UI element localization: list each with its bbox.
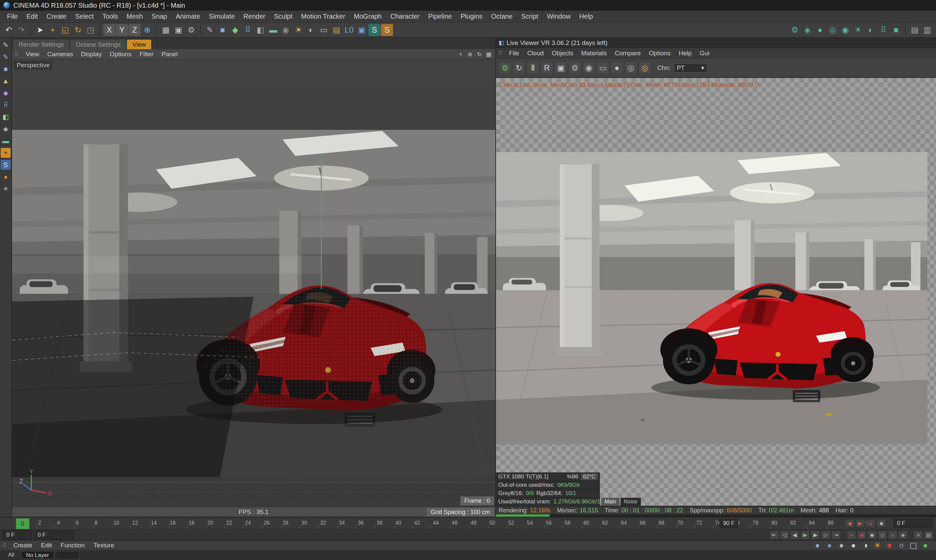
- material-picker-icon[interactable]: ◎: [639, 62, 651, 74]
- keyframe-icon[interactable]: ◆: [877, 519, 886, 528]
- prev-key-icon[interactable]: ◀: [845, 519, 854, 528]
- lv-menu-options[interactable]: Options: [645, 49, 674, 57]
- menu-help[interactable]: Help: [575, 11, 597, 22]
- record-keyframe-icon[interactable]: ●: [847, 531, 856, 539]
- keyframe-selection-icon[interactable]: ◈: [898, 531, 908, 539]
- tab-render-settings[interactable]: Render Settings: [13, 40, 69, 49]
- add-symmetry-icon[interactable]: ◧: [254, 24, 266, 36]
- menu-script[interactable]: Script: [517, 11, 543, 22]
- octane-scatter-icon[interactable]: ⠿: [878, 24, 889, 36]
- y-axis-lock-icon[interactable]: Y: [116, 24, 128, 36]
- viewport-label[interactable]: Perspective: [14, 61, 52, 69]
- menu-file[interactable]: File: [3, 11, 22, 22]
- next-key-icon[interactable]: ▶: [855, 519, 865, 528]
- lv-menu-compare[interactable]: Compare: [611, 49, 645, 57]
- channel-select[interactable]: PT ▾: [674, 63, 707, 72]
- octane-node-editor-icon[interactable]: ◈: [801, 24, 813, 36]
- lv-menu-help[interactable]: Help: [674, 49, 696, 57]
- material-sphere-icon[interactable]: ●: [825, 541, 834, 550]
- mat-menu-create[interactable]: Create: [9, 542, 37, 549]
- tab-noise[interactable]: Noise: [620, 498, 641, 506]
- add-light-icon[interactable]: ☀: [292, 24, 305, 36]
- pan-view-icon[interactable]: +: [457, 50, 465, 58]
- vp-menu-cameras[interactable]: Cameras: [43, 51, 77, 58]
- mat-menu-edit[interactable]: Edit: [37, 542, 56, 549]
- live-viewer-canvas[interactable]: Check:1ms./2ms. MeshGen:614ms. Update/Fj…: [496, 78, 936, 506]
- menu-pipeline[interactable]: Pipeline: [424, 11, 456, 22]
- next-key-icon[interactable]: ▷: [821, 531, 830, 539]
- menu-window[interactable]: Window: [543, 11, 575, 22]
- boole-icon[interactable]: ◧: [1, 112, 11, 122]
- vp-menu-display[interactable]: Display: [77, 51, 106, 58]
- end-frame-field[interactable]: 90 F: [719, 519, 738, 528]
- prev-frame-icon[interactable]: ◀: [790, 531, 799, 539]
- menu-character[interactable]: Character: [386, 11, 424, 22]
- menu-mograph[interactable]: MoGraph: [349, 11, 386, 22]
- z-axis-lock-icon[interactable]: Z: [129, 24, 140, 36]
- lv-menu-objects[interactable]: Objects: [548, 49, 577, 57]
- sky-icon[interactable]: S: [1, 160, 11, 170]
- timeline-ruler[interactable]: 0246810121416182022242628303234363840424…: [0, 517, 936, 529]
- timeline-options-icon[interactable]: ≡: [914, 531, 923, 539]
- redo-icon[interactable]: ↷: [15, 24, 27, 36]
- material-sphere-icon[interactable]: ●: [849, 541, 858, 550]
- record-icon[interactable]: ●: [866, 519, 875, 528]
- octane-hdri-icon[interactable]: ◐: [865, 24, 877, 36]
- x-axis-lock-icon[interactable]: X: [103, 24, 115, 36]
- material-sphere-icon[interactable]: ●: [813, 541, 822, 550]
- display-icon[interactable]: ▢: [909, 541, 918, 550]
- coordinate-system-icon[interactable]: ⊕: [141, 24, 153, 36]
- material-ball-icon[interactable]: ●: [611, 62, 623, 74]
- current-frame-display[interactable]: 0 F: [893, 519, 933, 528]
- timeline-mode-icon[interactable]: ▤: [924, 531, 933, 539]
- vp-menu-options[interactable]: Options: [106, 51, 135, 58]
- record-position-icon[interactable]: ◆: [867, 531, 877, 539]
- menu-octane[interactable]: Octane: [486, 11, 517, 22]
- render-view-icon[interactable]: ▦: [160, 24, 172, 36]
- record-rotation-icon[interactable]: ○: [888, 531, 898, 539]
- menu-motion-tracker[interactable]: Motion Tracker: [297, 11, 349, 22]
- material-sphere-icon[interactable]: ●: [837, 541, 846, 550]
- menu-tools[interactable]: Tools: [98, 11, 122, 22]
- layout-quad-view-icon[interactable]: ▥: [921, 24, 933, 36]
- lv-menu-materials[interactable]: Materials: [577, 49, 611, 57]
- layer-tab-no-layer[interactable]: No Layer: [21, 551, 54, 559]
- lock-resolution-icon[interactable]: ▣: [554, 62, 567, 74]
- octane-live-viewer-icon[interactable]: ⚙: [789, 24, 801, 36]
- instance-icon[interactable]: ◈: [1, 124, 11, 134]
- prev-key-icon[interactable]: ◁: [780, 531, 789, 539]
- target-light-icon[interactable]: ☀: [1, 184, 11, 194]
- mat-menu-function[interactable]: Function: [56, 542, 89, 549]
- menu-render[interactable]: Render: [239, 11, 270, 22]
- plugin-s-orange-icon[interactable]: S: [381, 24, 393, 36]
- tab-view[interactable]: View: [127, 40, 151, 49]
- ready-status-icon[interactable]: ●: [921, 541, 930, 550]
- hdri-environment-icon[interactable]: ●: [1, 172, 11, 182]
- next-frame-icon[interactable]: ▶: [811, 531, 820, 539]
- octane-camera-icon[interactable]: ◉: [839, 24, 851, 36]
- sun-icon[interactable]: ☀: [873, 541, 882, 550]
- render-picture-viewer-icon[interactable]: ▣: [172, 24, 185, 36]
- vp-menu-panel[interactable]: Panel: [157, 51, 182, 58]
- render-settings-icon[interactable]: ⚙: [185, 24, 197, 36]
- layout-single-view-icon[interactable]: ▤: [909, 24, 921, 36]
- live-selection-icon[interactable]: ➤: [34, 24, 46, 36]
- region-render-icon[interactable]: ▭: [597, 62, 609, 74]
- octane-material-icon[interactable]: ●: [814, 24, 826, 36]
- menu-select[interactable]: Select: [71, 11, 98, 22]
- current-frame-field[interactable]: 0 F: [3, 530, 32, 540]
- perspective-viewport[interactable]: Perspective: [12, 60, 495, 517]
- add-cube-icon[interactable]: ■: [217, 24, 228, 36]
- spline-pen-icon[interactable]: ✎: [1, 52, 11, 62]
- contrast-icon[interactable]: ◑: [861, 541, 870, 550]
- move-icon[interactable]: +: [47, 24, 58, 36]
- deformer-icon[interactable]: ◆: [1, 88, 11, 98]
- viewport-scene[interactable]: [12, 130, 495, 477]
- primitive-pyramid-icon[interactable]: ▲: [1, 76, 11, 86]
- workplane-icon[interactable]: +: [1, 148, 11, 158]
- knife-tool-icon[interactable]: ✎: [1, 40, 11, 50]
- add-camera-icon[interactable]: ◉: [280, 24, 292, 36]
- add-floor-icon[interactable]: ▬: [267, 24, 279, 36]
- restart-render-icon[interactable]: ↻: [513, 62, 525, 74]
- plugin-photo-icon[interactable]: ▣: [356, 24, 368, 36]
